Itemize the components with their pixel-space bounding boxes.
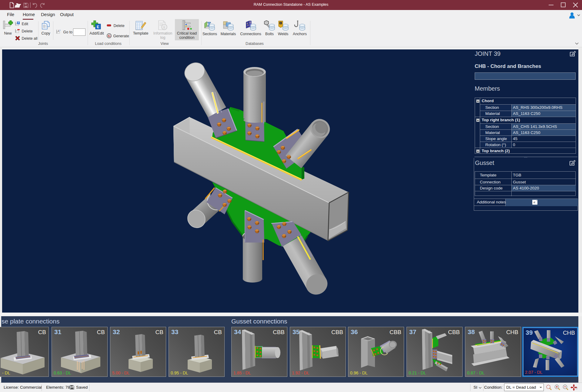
- svg-text:2: 2: [59, 29, 61, 31]
- svg-text:i: i: [164, 25, 165, 29]
- svg-text:E: E: [97, 25, 99, 29]
- svg-text:G: G: [108, 34, 111, 38]
